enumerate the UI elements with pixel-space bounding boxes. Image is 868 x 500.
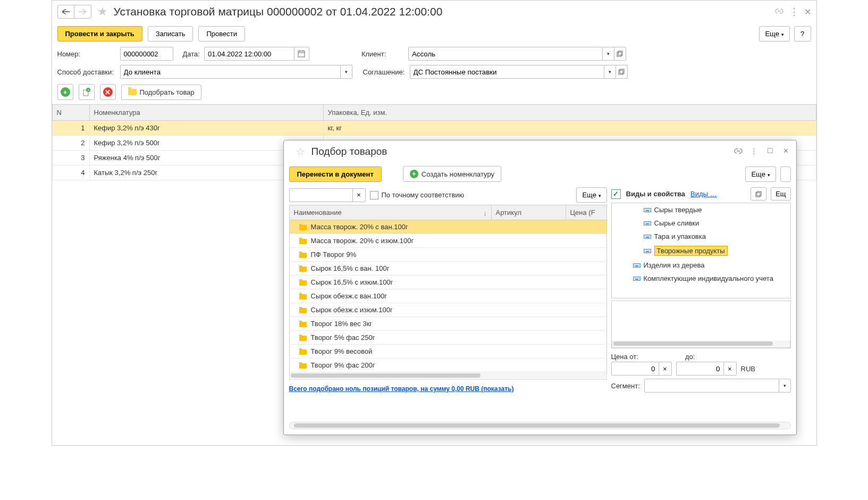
dialog-title: Подбор товаров [311, 146, 387, 157]
number-field[interactable] [120, 47, 173, 61]
arrow-right-icon [79, 9, 86, 14]
dialog-kebab-icon[interactable]: ⋮ [749, 147, 759, 156]
list-item[interactable]: Масса творож. 20% с изюм.100г [289, 234, 606, 248]
types-tree: Сыры твердыеСырье сливкиТара и упаковкаТ… [611, 203, 791, 298]
list-hscroll[interactable] [289, 372, 607, 380]
dialog-close-icon[interactable]: ✕ [781, 147, 791, 156]
list-item[interactable]: ПФ Творог 9% [289, 248, 606, 262]
exact-match-checkbox[interactable]: По точному соответствию [370, 191, 465, 199]
list-item[interactable]: Творог 9% фас 200г [289, 359, 606, 372]
post-button[interactable]: Провести [198, 26, 245, 41]
dialog-more-button[interactable]: Еще ▾ [745, 166, 776, 182]
summary-link[interactable]: Всего подобрано ноль позиций товаров, на… [289, 380, 607, 395]
x-icon: ✕ [103, 87, 113, 97]
dialog-link-icon[interactable] [734, 147, 743, 156]
folder-icon [299, 225, 307, 230]
kebab-menu-icon[interactable]: ⋮ [789, 6, 799, 18]
list-item[interactable]: Творог 9% весовой [289, 345, 606, 359]
col-price[interactable]: Цена (F [566, 205, 606, 220]
plus-icon: + [410, 170, 418, 178]
tree-item[interactable]: Тара и упаковка [612, 230, 790, 243]
col-nomenclature[interactable]: Номенклатура [89, 105, 323, 121]
transfer-button[interactable]: Перенести в документ [289, 166, 382, 182]
collapse-icon [633, 263, 641, 268]
svg-rect-7 [620, 69, 624, 73]
agreement-dropdown-button[interactable]: ▾ [604, 65, 616, 79]
add-row-button[interactable]: + [57, 84, 73, 100]
write-button[interactable]: Записать [148, 26, 193, 41]
col-packaging[interactable]: Упаковка, Ед. изм. [323, 105, 816, 121]
favorite-star-icon[interactable]: ★ [96, 5, 109, 19]
svg-rect-6 [619, 70, 623, 74]
list-item[interactable]: Творог 18% вес 3кг [289, 317, 606, 331]
calendar-icon [298, 50, 305, 57]
date-field[interactable] [204, 47, 294, 61]
agreement-field[interactable] [410, 65, 604, 79]
folder-icon [299, 266, 307, 272]
pick-goods-button[interactable]: Подобрать товар [121, 85, 201, 100]
types-link[interactable]: Виды … [690, 190, 717, 198]
right-more-button[interactable]: Ещ [771, 187, 790, 201]
list-item[interactable]: Масса творож. 20% с ван.100г [289, 220, 606, 234]
folder-icon [299, 308, 307, 313]
post-and-close-button[interactable]: Провести и закрыть [57, 26, 142, 41]
list-item[interactable]: Сырок обезж.с изюм.100г [289, 303, 606, 317]
dialog-bottom-scroll[interactable] [289, 422, 791, 429]
agreement-open-button[interactable] [616, 65, 628, 79]
segment-field[interactable] [644, 379, 779, 393]
price-to-clear[interactable]: × [724, 362, 737, 376]
types-title: Виды и свойства [626, 190, 686, 198]
copy-row-button[interactable]: + [79, 84, 95, 100]
delivery-dropdown-button[interactable]: ▾ [341, 65, 352, 79]
nav-back-button[interactable] [57, 5, 74, 19]
list-item[interactable]: Творог 5% фас 250г [289, 331, 606, 345]
copy-tree-button[interactable] [751, 187, 766, 201]
segment-dropdown-button[interactable]: ▾ [779, 379, 791, 393]
calendar-button[interactable] [294, 47, 309, 61]
price-to-field[interactable] [676, 362, 724, 376]
nav-forward-button[interactable] [74, 5, 91, 19]
delete-row-button[interactable]: ✕ [100, 84, 116, 100]
price-from-field[interactable] [611, 362, 659, 376]
delivery-field[interactable] [120, 65, 341, 79]
col-article[interactable]: Артикул [491, 205, 566, 220]
client-dropdown-button[interactable]: ▾ [603, 47, 614, 61]
client-field[interactable] [408, 47, 603, 61]
list-item[interactable]: Сырок обезж.с ван.100г [289, 289, 606, 303]
col-n[interactable]: N [52, 105, 89, 121]
table-row[interactable]: 1Кефир 3,2% п/э 430гкг, кг [52, 121, 816, 136]
folder-icon [299, 322, 307, 327]
link-icon[interactable] [774, 7, 784, 16]
svg-rect-12 [757, 191, 761, 196]
copy-icon [755, 191, 762, 197]
folder-icon [299, 294, 307, 299]
close-icon[interactable]: ✕ [804, 7, 811, 17]
collapse-icon [644, 208, 651, 212]
dialog-maximize-icon[interactable]: ☐ [765, 147, 775, 156]
list-item[interactable]: Сырок 16,5% с изюм.100г [289, 276, 606, 289]
types-checkbox[interactable]: ✓ [611, 189, 621, 199]
col-name[interactable]: Наименование↓ [289, 205, 491, 220]
svg-rect-11 [756, 193, 760, 197]
left-more-button[interactable]: Еще ▾ [576, 187, 606, 203]
tree-item[interactable]: Комплектующие индивидуального учета [612, 272, 790, 285]
search-input[interactable] [289, 188, 353, 202]
tree-item[interactable]: Сырье сливки [612, 216, 790, 230]
client-open-button[interactable] [614, 47, 626, 61]
more-button[interactable]: Еще ▾ [759, 26, 789, 41]
dialog-extra-button[interactable] [780, 166, 791, 182]
folder-icon [299, 349, 307, 355]
help-button[interactable]: ? [794, 26, 811, 41]
price-from-clear[interactable]: × [659, 362, 672, 376]
number-label: Номер: [57, 50, 116, 58]
tree-item[interactable]: Творожные продукты [612, 243, 790, 259]
create-nomenclature-button[interactable]: + Создать номенклатуру [403, 166, 501, 182]
tree-item[interactable]: Изделия из дерева [612, 259, 790, 272]
folder-icon [299, 363, 307, 369]
clear-search-button[interactable]: × [353, 188, 366, 202]
copy-add-icon: + [82, 88, 91, 96]
dialog-star-icon[interactable]: ☆ [293, 145, 307, 159]
tree-item[interactable]: Сыры твердые [612, 203, 790, 216]
properties-hscroll[interactable] [612, 340, 790, 348]
list-item[interactable]: Сырок 16,5% с ван. 100г [289, 262, 606, 276]
